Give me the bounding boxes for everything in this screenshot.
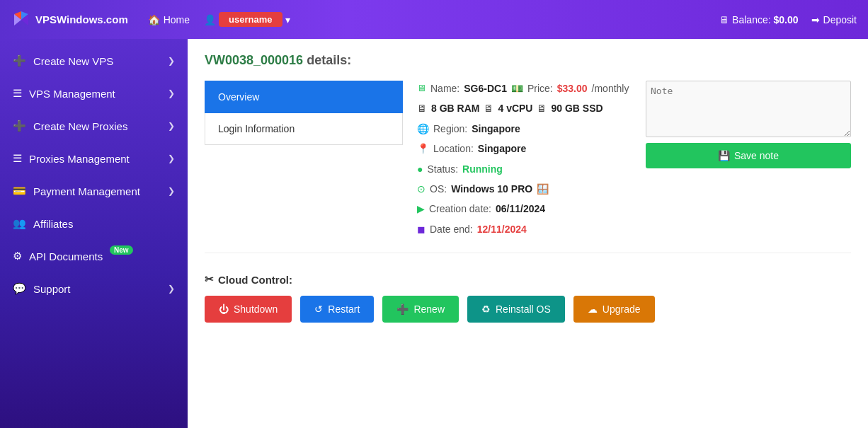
support-icon: 💬 — [13, 282, 26, 295]
cpu-icon: 🖥 — [484, 100, 493, 116]
restart-icon: ↺ — [314, 303, 323, 315]
user-dropdown[interactable]: 👤 username ▾ — [204, 12, 290, 27]
chevron-right-icon: ❯ — [168, 88, 175, 98]
tab-login-information[interactable]: Login Information — [205, 113, 403, 145]
vps-region-row: 🌐 Region: Singapore — [417, 121, 632, 137]
sidebar-item-support[interactable]: 💬 Support ❯ — [0, 272, 188, 305]
upgrade-label: Upgrade — [603, 303, 641, 315]
deposit-button[interactable]: ➡ Deposit — [811, 14, 857, 25]
title-detail: details: — [307, 53, 351, 67]
tab-overview[interactable]: Overview — [205, 81, 403, 113]
sidebar-label: Create New VPS — [33, 55, 113, 67]
renew-label: Renew — [413, 303, 445, 315]
sidebar-label: Proxies Management — [29, 153, 130, 165]
os-icon: ⊙ — [417, 181, 426, 197]
restart-button[interactable]: ↺ Restart — [300, 296, 374, 323]
creation-icon: ▶ — [417, 201, 425, 216]
vps-name: SG6-DC1 — [464, 81, 507, 96]
logo-icon — [11, 10, 31, 30]
sidebar-label: VPS Management — [29, 88, 115, 100]
save-icon: 💾 — [718, 150, 730, 161]
sidebar-item-proxies-management[interactable]: ☰ Proxies Management ❯ — [0, 142, 188, 175]
vps-specs-row: 🖥 8 GB RAM 🖥 4 vCPU 🖥 90 GB SSD — [417, 100, 632, 116]
sidebar-item-vps-management[interactable]: ☰ VPS Management ❯ — [0, 77, 188, 110]
note-area: 💾 Save note — [646, 81, 851, 241]
balance-label: Balance: — [732, 14, 770, 25]
topnav-links: 🏠 Home 👤 username ▾ — [148, 12, 720, 27]
balance-section: 🖥 Balance: $0.00 — [719, 14, 798, 25]
reinstall-label: Reinstall OS — [496, 303, 551, 315]
chevron-right-icon: ❯ — [168, 284, 175, 294]
save-note-button[interactable]: 💾 Save note — [646, 143, 851, 168]
user-icon: 👤 — [204, 14, 216, 25]
vps-ssd: 90 GB SSD — [551, 100, 603, 116]
vps-region: Singapore — [472, 121, 520, 137]
save-note-label: Save note — [734, 150, 779, 161]
topnav-right: 🖥 Balance: $0.00 ➡ Deposit — [719, 14, 857, 25]
ram-icon: 🖥 — [417, 100, 427, 116]
dateend-icon: ◼ — [417, 221, 426, 237]
list-icon: ☰ — [13, 87, 22, 100]
home-label: Home — [164, 14, 190, 25]
ssd-icon: 🖥 — [537, 100, 547, 116]
vps-creation-date: 06/11/2024 — [496, 201, 545, 216]
upgrade-icon: ☁ — [588, 303, 598, 315]
vps-ram: 8 GB RAM — [431, 100, 479, 116]
chevron-right-icon: ❯ — [168, 56, 175, 66]
price-period: /monthly — [592, 81, 629, 96]
tabs-panel: Overview Login Information — [205, 81, 403, 241]
vps-location-row: 📍 Location: Singapore — [417, 141, 632, 156]
user-badge: username — [219, 12, 282, 27]
page-title: VW0038_000016 details: — [205, 53, 851, 68]
logo-text: VPSWindows.com — [35, 13, 128, 25]
deposit-icon: ➡ — [811, 14, 820, 25]
renew-button[interactable]: ➕ Renew — [382, 296, 459, 323]
cloud-control-title: ✂ Cloud Control: — [205, 273, 851, 286]
layout: ➕ Create New VPS ❯ ☰ VPS Management ❯ ➕ … — [0, 39, 868, 428]
chevron-right-icon: ❯ — [168, 121, 175, 131]
reinstall-button[interactable]: ♻ Reinstall OS — [467, 296, 565, 323]
vps-status: Running — [462, 161, 503, 177]
api-icon: ⚙ — [13, 250, 22, 262]
sidebar-item-create-new-proxies[interactable]: ➕ Create New Proxies ❯ — [0, 110, 188, 142]
sidebar-item-create-new-vps[interactable]: ➕ Create New VPS ❯ — [0, 45, 188, 77]
sidebar-label: Payment Management — [33, 185, 140, 197]
vps-status-row: ● Status: Running — [417, 161, 632, 177]
balance-amount: $0.00 — [773, 14, 798, 25]
location-icon: 📍 — [417, 141, 429, 156]
chevron-down-icon: ▾ — [285, 14, 290, 25]
vps-dateend-row: ◼ Date end: 12/11/2024 — [417, 221, 632, 237]
server-icon: 🖥 — [417, 81, 426, 96]
new-badge: New — [110, 245, 133, 255]
sidebar-item-affiliates[interactable]: 👥 Affiliates — [0, 207, 188, 240]
sidebar: ➕ Create New VPS ❯ ☰ VPS Management ❯ ➕ … — [0, 39, 188, 428]
chevron-right-icon: ❯ — [168, 186, 175, 196]
shutdown-button[interactable]: ⏻ Shutdown — [205, 296, 292, 323]
sidebar-item-payment-management[interactable]: 💳 Payment Management ❯ — [0, 175, 188, 207]
vps-os: Windows 10 PRO — [451, 181, 532, 197]
windows-icon: 🪟 — [537, 181, 549, 197]
note-textarea[interactable] — [646, 81, 851, 137]
vps-name-row: 🖥 Name: SG6-DC1 💵 Price: $33.00 /monthly — [417, 81, 632, 96]
home-icon: 🏠 — [148, 14, 160, 25]
vps-os-row: ⊙ OS: Windows 10 PRO 🪟 — [417, 181, 632, 197]
status-icon: ● — [417, 161, 423, 177]
wallet-icon: 🖥 — [719, 14, 729, 25]
chevron-right-icon: ❯ — [168, 154, 175, 163]
upgrade-button[interactable]: ☁ Upgrade — [573, 296, 655, 323]
plus-icon: ➕ — [13, 120, 26, 132]
control-buttons: ⏻ Shutdown ↺ Restart ➕ Renew ♻ Reinstall… — [205, 296, 851, 323]
vps-creation-row: ▶ Creation date: 06/11/2024 — [417, 201, 632, 216]
vps-price: $33.00 — [557, 81, 588, 96]
vps-location: Singapore — [478, 141, 526, 156]
sidebar-item-api-documents[interactable]: ⚙ API Documents New — [0, 240, 188, 272]
sidebar-label: Support — [33, 283, 71, 295]
plus-icon: ➕ — [13, 54, 26, 67]
price-icon: 💵 — [511, 81, 523, 96]
home-link[interactable]: 🏠 Home — [148, 14, 190, 25]
sidebar-label: Affiliates — [33, 218, 73, 230]
list-icon: ☰ — [13, 152, 22, 165]
divider — [205, 253, 851, 253]
cloud-icon: ✂ — [205, 273, 214, 286]
content-area: Overview Login Information 🖥 Name: SG6-D… — [205, 81, 851, 241]
